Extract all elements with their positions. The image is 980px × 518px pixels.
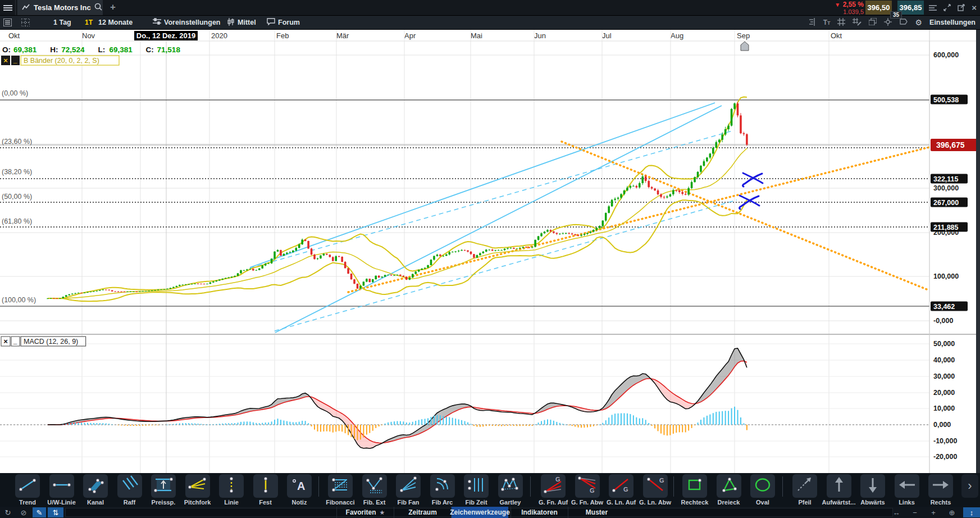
expand-icon[interactable] bbox=[943, 4, 951, 11]
svg-text:600,000: 600,000 bbox=[933, 51, 959, 59]
grid-edit-icon[interactable] bbox=[853, 18, 862, 28]
tool-vline-dashed[interactable] bbox=[219, 474, 244, 498]
tool-arrow-ne[interactable] bbox=[792, 474, 817, 498]
popout-icon[interactable] bbox=[958, 4, 965, 11]
tool-trend[interactable] bbox=[15, 474, 40, 498]
tool-fibext[interactable] bbox=[362, 474, 387, 498]
svg-text:100,000: 100,000 bbox=[933, 272, 959, 280]
more-tools-button[interactable]: › bbox=[961, 474, 978, 498]
tool-gfan-up[interactable]: G bbox=[541, 474, 566, 498]
arrow-ne-icon bbox=[792, 475, 817, 497]
gear-icon[interactable]: ⚙ bbox=[915, 18, 922, 27]
price-scale-icon[interactable] bbox=[808, 18, 816, 28]
crosshair-plus-icon[interactable]: ⊕ bbox=[945, 507, 959, 517]
tool-pricespan[interactable] bbox=[151, 474, 176, 498]
svg-text:Do., 12 Dez. 2019: Do., 12 Dez. 2019 bbox=[136, 31, 196, 40]
svg-text:O:: O: bbox=[2, 46, 11, 54]
crosshair-icon[interactable] bbox=[884, 18, 892, 28]
sort-arrows-icon[interactable]: ⇅ bbox=[48, 507, 63, 517]
tool-label: Rechts bbox=[919, 499, 962, 506]
chart-area[interactable]: (0,00 %)(23,60 %)(38,20 %)(50,00 %)(61,8… bbox=[0, 30, 980, 473]
tool-triangle[interactable] bbox=[717, 474, 741, 498]
tool-gline-up[interactable]: G bbox=[609, 474, 633, 498]
fit-height-icon[interactable]: ↕ bbox=[963, 507, 980, 517]
presets-button[interactable]: Voreinstellungen bbox=[153, 16, 220, 29]
selection-icon[interactable] bbox=[899, 18, 908, 27]
search-icon[interactable] bbox=[94, 3, 102, 13]
tool-arrow-up[interactable] bbox=[827, 474, 851, 498]
draw-mode-icon[interactable]: ✎ bbox=[33, 507, 46, 517]
svg-text:×: × bbox=[3, 337, 8, 346]
svg-text:Jun: Jun bbox=[534, 31, 546, 40]
svg-text:40,000: 40,000 bbox=[933, 356, 955, 364]
fib-label: (0,00 %) bbox=[2, 89, 28, 97]
refresh-icon[interactable]: ↻ bbox=[1, 507, 15, 517]
tool-fib[interactable] bbox=[328, 474, 353, 498]
tool-vline[interactable] bbox=[253, 474, 278, 498]
tab-zeichenwerkzeuge[interactable]: Zeichenwerkzeuge bbox=[451, 507, 508, 518]
settings-label[interactable]: Einstellungen bbox=[929, 19, 976, 26]
trend-icon bbox=[15, 475, 40, 497]
list-menu-icon[interactable] bbox=[929, 4, 937, 11]
tool-fibzeit[interactable] bbox=[464, 474, 489, 498]
add-tab-button[interactable]: + bbox=[110, 2, 116, 13]
tool-arrow-down[interactable] bbox=[860, 474, 885, 498]
tool-channel[interactable] bbox=[83, 474, 108, 498]
tool-fibarc[interactable] bbox=[430, 474, 455, 498]
journal-icon[interactable] bbox=[3, 16, 12, 29]
candlestick-icon bbox=[227, 18, 235, 28]
tool-gline-down[interactable]: G bbox=[643, 474, 668, 498]
windows-cascade-icon[interactable] bbox=[869, 18, 877, 27]
fib-label: (23,60 %) bbox=[2, 138, 32, 146]
interval-badge[interactable]: 1T bbox=[85, 16, 93, 29]
svg-text:_: _ bbox=[13, 337, 17, 345]
fit-width-icon[interactable]: ↔ bbox=[889, 507, 904, 517]
change-absolute: 1.039,5 bbox=[823, 8, 864, 15]
grid-icon[interactable] bbox=[837, 18, 845, 28]
tool-gartley[interactable] bbox=[498, 474, 523, 498]
tab-favoriten[interactable]: Favoriten★ bbox=[336, 507, 394, 518]
tool-gfan-down[interactable]: G bbox=[575, 474, 600, 498]
star-icon: ★ bbox=[380, 509, 385, 516]
disable-icon[interactable]: ⊘ bbox=[17, 507, 30, 517]
chart-type-button[interactable]: Mittel bbox=[227, 16, 256, 29]
pitchfork-icon bbox=[185, 475, 210, 497]
change-percent: 2,55 % bbox=[843, 1, 864, 8]
macd-label[interactable]: ×_MACD (12, 26, 9) bbox=[1, 337, 86, 346]
menu-icon[interactable] bbox=[0, 0, 16, 15]
tool-arrow-left[interactable] bbox=[895, 474, 919, 498]
tab-zeitraum[interactable]: Zeitraum bbox=[394, 507, 451, 518]
forum-button[interactable]: Forum bbox=[267, 16, 300, 29]
svg-text:G: G bbox=[590, 487, 595, 494]
bbands-label[interactable]: ×_B Bänder (20, 0, 2, 2, S) bbox=[1, 56, 119, 65]
tab-muster[interactable]: Muster bbox=[568, 507, 625, 518]
svg-text:-20,000: -20,000 bbox=[933, 453, 957, 461]
toolbar-separator bbox=[673, 476, 674, 497]
tool-hline[interactable] bbox=[49, 474, 74, 498]
close-icon[interactable]: × bbox=[972, 3, 977, 12]
svg-text:MACD (12, 26, 9): MACD (12, 26, 9) bbox=[24, 338, 78, 346]
tool-fibfan[interactable] bbox=[396, 474, 421, 498]
svg-text:500,538: 500,538 bbox=[933, 96, 959, 104]
instrument-tab[interactable]: Tesla Motors Inc bbox=[17, 0, 103, 15]
svg-text:Jul: Jul bbox=[602, 31, 612, 40]
text-tool-icon[interactable]: TT bbox=[823, 19, 831, 26]
tool-note[interactable]: A bbox=[287, 474, 312, 498]
tool-raff[interactable] bbox=[117, 474, 142, 498]
range-select[interactable]: 12 Monate bbox=[98, 16, 133, 29]
zoom-in-button[interactable]: + bbox=[926, 507, 941, 517]
interval-select[interactable]: 1 Tag bbox=[53, 16, 71, 29]
tool-rect[interactable] bbox=[682, 474, 707, 498]
fibfan-icon bbox=[396, 475, 421, 497]
layout-grid-icon[interactable] bbox=[21, 16, 30, 29]
tool-pitchfork[interactable] bbox=[185, 474, 210, 498]
zoom-out-button[interactable]: − bbox=[908, 507, 922, 517]
tool-arrow-right[interactable] bbox=[928, 474, 953, 498]
price-chart-svg[interactable]: (0,00 %)(23,60 %)(38,20 %)(50,00 %)(61,8… bbox=[0, 30, 980, 473]
chart-toolbar: 1 Tag 1T 12 Monate Voreinstellungen Mitt… bbox=[0, 16, 980, 30]
bid-price-badge[interactable]: 396,50 bbox=[865, 1, 892, 15]
arrow-up-icon bbox=[827, 475, 851, 497]
tool-oval[interactable] bbox=[750, 474, 775, 498]
tab-indikatoren[interactable]: Indikatoren bbox=[510, 507, 568, 518]
svg-text:Okt: Okt bbox=[8, 31, 20, 40]
